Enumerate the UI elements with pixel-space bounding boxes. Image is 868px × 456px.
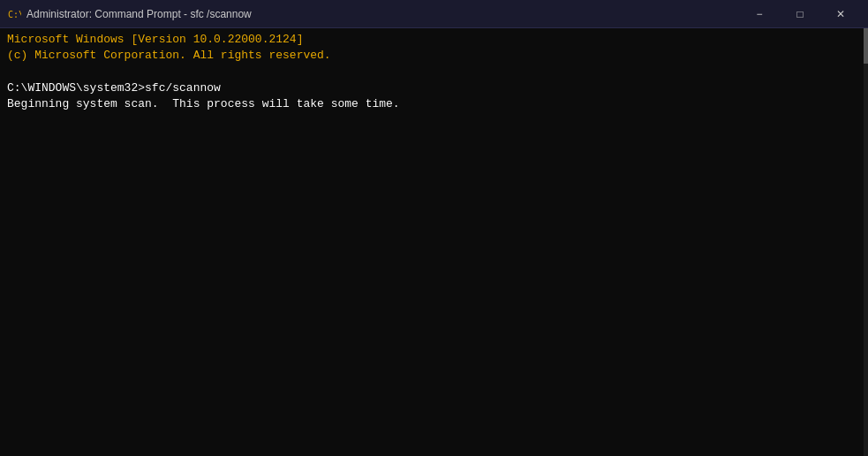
minimize-button[interactable]: −: [739, 0, 780, 28]
title-bar: C:\ Administrator: Command Prompt - sfc …: [0, 0, 868, 28]
maximize-button[interactable]: □: [780, 0, 820, 28]
scrollbar-thumb[interactable]: [864, 28, 868, 64]
console-line-4: C:\WINDOWS\system32>sfc/scannow: [7, 80, 861, 96]
close-button[interactable]: ✕: [820, 0, 861, 28]
console-area[interactable]: Microsoft Windows [Version 10.0.22000.21…: [0, 28, 868, 456]
console-line-3: [7, 64, 861, 80]
scrollbar[interactable]: [864, 28, 868, 456]
console-line-2: (c) Microsoft Corporation. All rights re…: [7, 48, 861, 64]
console-line-1: Microsoft Windows [Version 10.0.22000.21…: [7, 32, 861, 48]
console-line-5: Beginning system scan. This process will…: [7, 96, 861, 112]
window-controls: − □ ✕: [739, 0, 861, 28]
cmd-icon: C:\: [7, 7, 21, 21]
window-title: Administrator: Command Prompt - sfc /sca…: [26, 8, 739, 20]
svg-text:C:\: C:\: [8, 10, 21, 19]
